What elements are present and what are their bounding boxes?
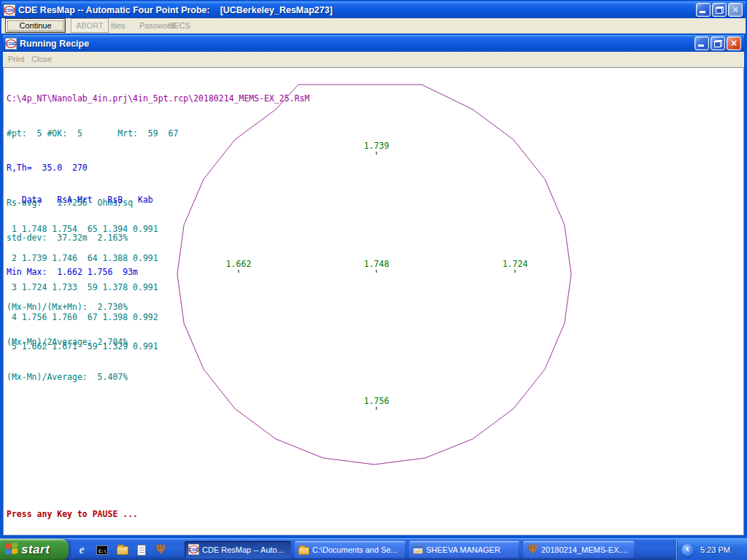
measurement-table: Data RsA Mrt RsB Kab 1 1.748 1.754 65 1.… bbox=[7, 176, 158, 371]
minimize-icon bbox=[698, 44, 704, 47]
start-label: start bbox=[21, 542, 50, 557]
menu-item-utilities[interactable]: ities bbox=[111, 21, 125, 30]
desktop: CDE CDE ResMap -- Automatic Four Point P… bbox=[0, 0, 747, 560]
pause-message: Press any Key to PAUSE ... bbox=[7, 508, 395, 521]
main-titlebar: CDE CDE ResMap -- Automatic Four Point P… bbox=[1, 1, 746, 18]
restore-button[interactable] bbox=[712, 3, 727, 17]
wafer-site-value: 1.756 bbox=[361, 396, 392, 410]
start-button[interactable]: start bbox=[0, 539, 69, 560]
task-button-label: SHEEVA MANAGER bbox=[426, 545, 500, 554]
minimize-button[interactable] bbox=[694, 36, 709, 50]
taskbar: start CDE CDE ResMap -- Auto... C:\Docum… bbox=[0, 538, 747, 560]
taskbar-button-sheeva-manager[interactable]: SHEEVA MANAGER bbox=[409, 541, 519, 559]
table-row: 5 1.662 1.671 59 1.329 0.991 bbox=[7, 342, 158, 351]
table-row: 3 1.724 1.733 59 1.378 0.991 bbox=[7, 283, 158, 292]
continue-button[interactable]: Continue bbox=[5, 18, 66, 33]
task-button-label: CDE ResMap -- Auto... bbox=[202, 545, 284, 554]
command-prompt-icon[interactable] bbox=[96, 545, 108, 555]
menu-item-close[interactable]: Close bbox=[31, 55, 52, 63]
recipe-content-area: C:\4p_NT\Nanolab_4in.prj\4in_5pt.rcp\201… bbox=[3, 67, 744, 535]
wafer-site-value: 1.739 bbox=[361, 141, 392, 155]
site-value-top: 1.739 bbox=[364, 141, 390, 151]
site-value-left: 1.662 bbox=[226, 259, 252, 269]
svg-text:CDE: CDE bbox=[5, 8, 15, 12]
taskbar-button-mems-file[interactable]: 20180214_MEMS-EX.... bbox=[523, 541, 635, 559]
site-value-right: 1.724 bbox=[503, 259, 528, 269]
task-button-label: 20180214_MEMS-EX.... bbox=[541, 545, 628, 554]
site-marker-tick bbox=[376, 270, 377, 273]
file-path: C:\4p_NT\Nanolab_4in.prj\4in_5pt.rcp\201… bbox=[7, 93, 309, 105]
stat-line: #pt: 5 #OK: 5 Mrt: 59 67 bbox=[7, 128, 309, 140]
running-recipe-window: CDE Running Recipe × Print Close bbox=[1, 34, 746, 537]
folder-icon bbox=[298, 547, 309, 555]
main-window: CDE CDE ResMap -- Automatic Four Point P… bbox=[0, 0, 747, 538]
stat-line: R,Th= 35.0 270 bbox=[7, 163, 309, 174]
resmap-file-icon bbox=[527, 544, 538, 556]
system-tray: 5:23 PM bbox=[676, 539, 747, 560]
tray-clock[interactable]: 5:23 PM bbox=[700, 545, 730, 554]
taskbar-button-cde-resmap[interactable]: CDE CDE ResMap -- Auto... bbox=[185, 541, 291, 559]
site-marker-tick bbox=[514, 270, 516, 273]
hide-icons-chevron[interactable] bbox=[681, 544, 694, 556]
table-row: 2 1.739 1.746 64 1.388 0.991 bbox=[7, 254, 158, 263]
windows-flag-icon bbox=[4, 541, 19, 559]
quick-launch-bar bbox=[76, 539, 166, 560]
close-button-disabled: × bbox=[728, 3, 743, 17]
svg-text:CDE: CDE bbox=[7, 42, 16, 46]
stat-line: (Mx-Mn)/Average: 5.407% bbox=[7, 372, 309, 384]
minimize-icon bbox=[700, 11, 705, 13]
status-block: Press any Key to PAUSE ... Rrf 100.14 Gn… bbox=[7, 483, 395, 535]
cde-app-icon: CDE bbox=[4, 4, 15, 16]
task-button-label: C:\Documents and Se... bbox=[312, 545, 398, 554]
taskbar-button-explorer[interactable]: C:\Documents and Se... bbox=[295, 541, 406, 559]
restore-icon bbox=[714, 40, 722, 47]
cde-app-icon: CDE bbox=[5, 38, 17, 50]
menu-item-secs[interactable]: SECS bbox=[169, 21, 190, 30]
main-window-title: CDE ResMap -- Automatic Four Point Probe… bbox=[18, 5, 746, 15]
table-row: 4 1.756 1.760 67 1.398 0.992 bbox=[7, 313, 158, 322]
menu-item-print[interactable]: Print bbox=[8, 55, 25, 63]
recipe-titlebar: CDE Running Recipe × bbox=[3, 35, 744, 52]
svg-text:CDE: CDE bbox=[190, 548, 198, 552]
site-value-center: 1.748 bbox=[364, 259, 390, 269]
site-marker-tick bbox=[238, 270, 239, 273]
close-icon: × bbox=[727, 37, 740, 50]
resmap-file-icon[interactable] bbox=[155, 544, 166, 556]
close-button[interactable]: × bbox=[727, 36, 741, 50]
site-value-bottom: 1.756 bbox=[364, 396, 390, 406]
wafer-site-value: 1.724 bbox=[500, 259, 530, 273]
table-row: 1 1.748 1.754 65 1.394 0.991 bbox=[7, 225, 158, 234]
restore-button[interactable] bbox=[711, 36, 725, 50]
site-marker-tick bbox=[376, 152, 377, 155]
wafer-site-value: 1.748 bbox=[361, 259, 392, 273]
task-button-row: CDE CDE ResMap -- Auto... C:\Documents a… bbox=[185, 541, 635, 559]
recipe-window-title: Running Recipe bbox=[20, 39, 744, 49]
close-icon: × bbox=[729, 4, 742, 16]
abort-button[interactable]: ABORT bbox=[71, 18, 109, 33]
application-window-icon bbox=[413, 545, 423, 554]
notepad-icon[interactable] bbox=[137, 545, 146, 556]
recipe-menubar: Print Close bbox=[3, 52, 744, 67]
site-marker-tick bbox=[376, 407, 377, 410]
internet-explorer-icon[interactable] bbox=[76, 544, 88, 556]
main-menubar: Continue ABORT ities Password SECS bbox=[1, 18, 746, 34]
wafer-site-value: 1.662 bbox=[223, 259, 254, 273]
minimize-button[interactable] bbox=[696, 3, 711, 17]
cde-app-icon: CDE bbox=[188, 544, 199, 556]
table-header: Data RsA Mrt RsB Kab bbox=[7, 195, 158, 205]
restore-icon bbox=[716, 7, 724, 14]
folder-icon[interactable] bbox=[117, 546, 128, 555]
